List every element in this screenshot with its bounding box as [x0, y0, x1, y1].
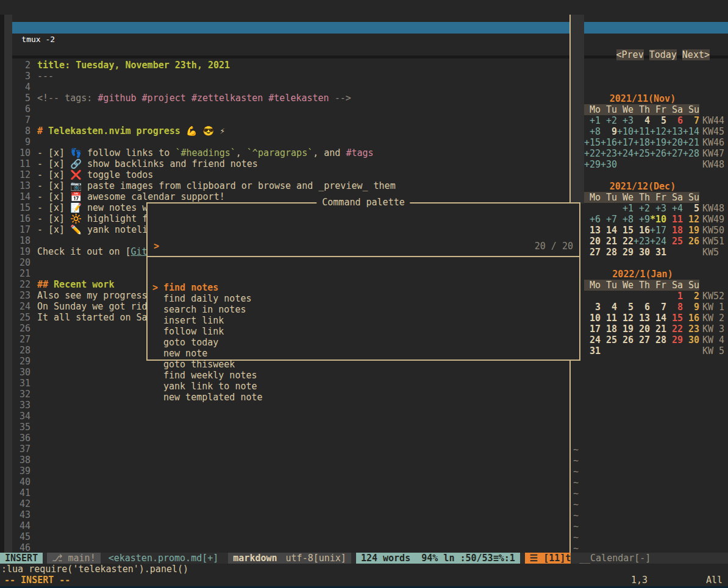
calendar-day[interactable]: 25	[601, 335, 617, 345]
calendar-day[interactable]: +22	[584, 148, 601, 159]
calendar-day[interactable]: 18	[666, 225, 683, 236]
calendar-day[interactable]: 14	[650, 313, 666, 324]
calendar-day[interactable]: 19	[683, 225, 699, 236]
calendar-day[interactable]: 5	[650, 115, 666, 126]
calendar-day[interactable]: 8	[666, 302, 683, 313]
calendar-day[interactable]: +8	[584, 126, 601, 137]
editor-line[interactable]: 2title: Tuesday, November 23th, 2021	[0, 60, 569, 71]
palette-item[interactable]: goto today	[148, 337, 579, 348]
calendar-day[interactable]: 22	[666, 324, 683, 335]
calendar-day[interactable]: +26	[650, 148, 666, 159]
palette-item[interactable]: find daily notes	[148, 293, 579, 304]
calendar-day[interactable]: 9	[683, 302, 699, 313]
editor-line[interactable]: 9	[0, 136, 569, 147]
calendar-day[interactable]: +17	[617, 137, 633, 148]
calendar-day[interactable]: 21	[601, 236, 617, 247]
calendar-day[interactable]: +19	[650, 137, 666, 148]
calendar-day[interactable]: +3	[617, 115, 633, 126]
palette-item[interactable]: new templated note	[148, 392, 579, 403]
calendar-day[interactable]: 4	[633, 115, 650, 126]
calendar-day[interactable]: +23	[633, 236, 650, 247]
calendar-day[interactable]: +16	[601, 137, 617, 148]
editor-line[interactable]: 6	[0, 104, 569, 115]
palette-item[interactable]: goto thisweek	[148, 359, 579, 370]
editor-line[interactable]: 7	[0, 115, 569, 126]
calendar-day[interactable]: 16	[633, 225, 650, 236]
editor-line[interactable]: 10- [x] 👣 follow links to `#headings`, `…	[0, 147, 569, 158]
calendar-day[interactable]: 10	[584, 313, 601, 324]
calendar-day[interactable]: 16	[683, 313, 699, 324]
palette-item[interactable]: follow link	[148, 326, 579, 337]
calendar-day[interactable]: 2	[683, 291, 699, 302]
calendar-day[interactable]: +2	[633, 203, 650, 214]
editor-line[interactable]: 44	[0, 520, 569, 531]
calendar-day[interactable]: 7	[650, 302, 666, 313]
calendar-day[interactable]: 13	[584, 225, 601, 236]
calendar-day[interactable]: 29	[666, 335, 683, 345]
calendar-day[interactable]: 6	[666, 115, 683, 126]
command-palette-popup[interactable]: Command palette > 20 / 20 >find notesfin…	[146, 202, 580, 361]
calendar-day[interactable]: 12	[683, 214, 699, 225]
calendar-day[interactable]: +15	[584, 137, 601, 148]
editor-line[interactable]: 12- [x] ❌ toggle todos	[0, 169, 569, 180]
calendar-day[interactable]: +24	[617, 148, 633, 159]
calendar-day[interactable]: 21	[650, 324, 666, 335]
calendar-window[interactable]: <Prev Today Next> 2021/11(Nov)MoTuWeThFr…	[571, 15, 728, 553]
calendar-day[interactable]: +4	[666, 203, 683, 214]
calendar-day[interactable]: 19	[617, 324, 633, 335]
calendar-day[interactable]: 30	[633, 247, 650, 258]
calendar-day[interactable]: 23	[683, 324, 699, 335]
editor-line[interactable]: 42	[0, 498, 569, 509]
calendar-day[interactable]: 9	[601, 126, 617, 137]
calendar-day[interactable]: +27	[666, 148, 683, 159]
palette-item[interactable]: new note	[148, 348, 579, 359]
calendar-day[interactable]: +23	[601, 148, 617, 159]
palette-item[interactable]: insert link	[148, 315, 579, 326]
calendar-day[interactable]: 27	[584, 247, 601, 258]
calendar-day[interactable]: +28	[683, 148, 699, 159]
calendar-day[interactable]: 24	[584, 335, 601, 345]
calendar-day[interactable]: 6	[633, 302, 650, 313]
calendar-day[interactable]: +10	[617, 126, 633, 137]
calendar-day[interactable]: 26	[617, 335, 633, 345]
calendar-day[interactable]: +18	[633, 137, 650, 148]
calendar-day[interactable]: +13	[666, 126, 683, 137]
calendar-day[interactable]: 5	[683, 203, 699, 214]
calendar-day[interactable]: +7	[601, 214, 617, 225]
calendar-day[interactable]: +17	[650, 225, 666, 236]
calendar-today-button[interactable]: Today	[649, 49, 677, 60]
calendar-day[interactable]: +6	[584, 214, 601, 225]
calendar-day[interactable]: 15	[666, 313, 683, 324]
calendar-day[interactable]: 13	[633, 313, 650, 324]
calendar-day[interactable]: 18	[601, 324, 617, 335]
calendar-day[interactable]: +21	[683, 137, 699, 148]
calendar-day[interactable]: 26	[683, 236, 699, 247]
editor-line[interactable]: 40	[0, 476, 569, 487]
command-line[interactable]: :lua require('telekasten').panel()	[0, 564, 728, 575]
editor-line[interactable]: 46	[0, 542, 569, 553]
calendar-day[interactable]: 27	[633, 335, 650, 345]
editor-line[interactable]: 5<!-- tags: #github #project #zettelkast…	[0, 93, 569, 104]
calendar-day[interactable]: +14	[683, 126, 699, 137]
editor-line[interactable]: 43	[0, 509, 569, 520]
calendar-day[interactable]: +29	[584, 159, 601, 170]
calendar-day[interactable]: 7	[683, 115, 699, 126]
calendar-day[interactable]: 28	[601, 247, 617, 258]
palette-item[interactable]: >find notes	[148, 282, 579, 293]
editor-line[interactable]: 4	[0, 82, 569, 93]
editor-line[interactable]: 38	[0, 455, 569, 466]
calendar-day[interactable]: +8	[617, 214, 633, 225]
editor-line[interactable]: 37	[0, 444, 569, 455]
calendar-day[interactable]: 5	[617, 302, 633, 313]
editor-line[interactable]: 39	[0, 466, 569, 476]
calendar-day[interactable]: +1	[584, 115, 601, 126]
calendar-day[interactable]: +11	[633, 126, 650, 137]
calendar-day[interactable]: 11	[666, 214, 683, 225]
calendar-day[interactable]: 4	[601, 302, 617, 313]
calendar-day[interactable]: +25	[633, 148, 650, 159]
palette-item[interactable]: search in notes	[148, 304, 579, 315]
calendar-day[interactable]: 22	[617, 236, 633, 247]
palette-item[interactable]: yank link to note	[148, 381, 579, 392]
editor-line[interactable]: 3---	[0, 71, 569, 82]
calendar-day[interactable]: 17	[584, 324, 601, 335]
